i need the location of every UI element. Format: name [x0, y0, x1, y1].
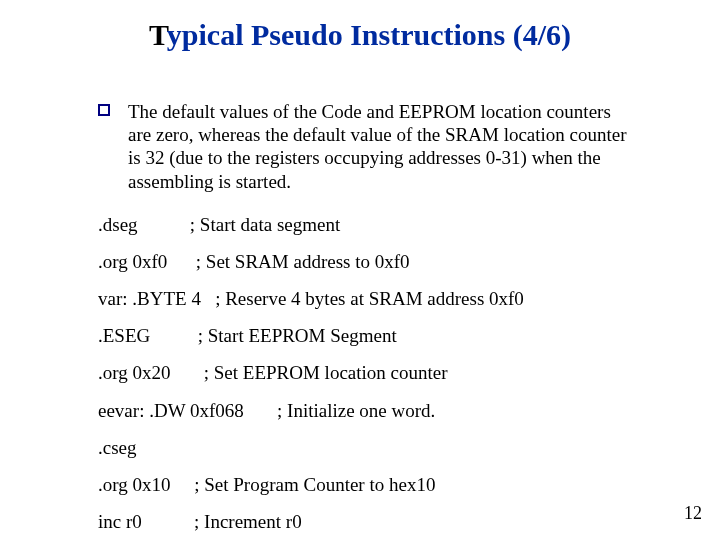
- code-line: .cseg: [98, 436, 638, 459]
- code-line: var: .BYTE 4 ; Reserve 4 bytes at SRAM a…: [98, 287, 638, 310]
- bullet-icon: [98, 104, 110, 116]
- bullet-item: The default values of the Code and EEPRO…: [98, 100, 638, 193]
- code-line: inc r0 ; Increment r0: [98, 510, 638, 533]
- title-prefix: T: [149, 18, 167, 51]
- code-line: .org 0x20 ; Set EEPROM location counter: [98, 361, 638, 384]
- page-number: 12: [684, 503, 702, 524]
- code-line: .dseg ; Start data segment: [98, 213, 638, 236]
- code-line: .org 0xf0 ; Set SRAM address to 0xf0: [98, 250, 638, 273]
- slide-content: The default values of the Code and EEPRO…: [98, 100, 638, 540]
- slide-title: Typical Pseudo Instructions (4/6): [0, 18, 720, 52]
- code-line: .org 0x10 ; Set Program Counter to hex10: [98, 473, 638, 496]
- bullet-text: The default values of the Code and EEPRO…: [128, 100, 638, 193]
- slide: Typical Pseudo Instructions (4/6) The de…: [0, 0, 720, 540]
- code-line: .ESEG ; Start EEPROM Segment: [98, 324, 638, 347]
- title-rest: ypical Pseudo Instructions (4/6): [167, 18, 571, 51]
- code-line: eevar: .DW 0xf068 ; Initialize one word.: [98, 399, 638, 422]
